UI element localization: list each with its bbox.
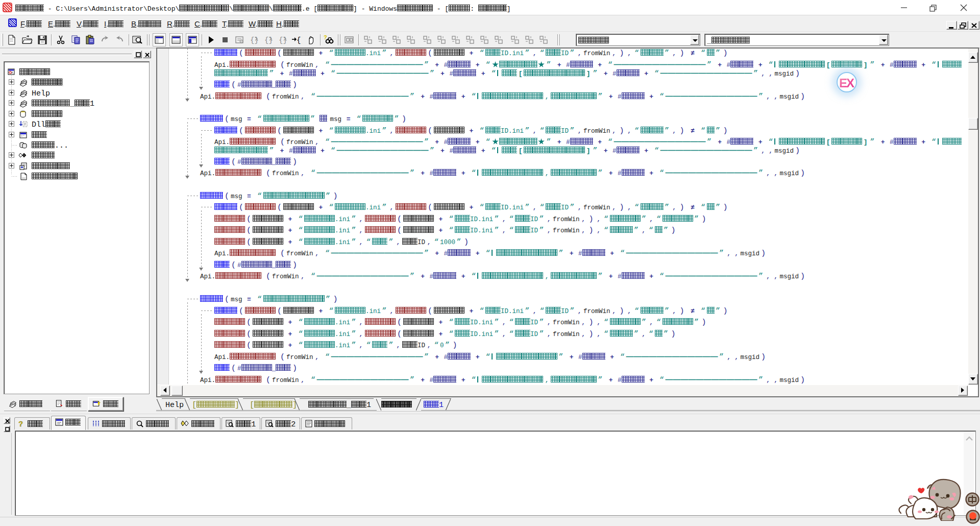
svg-text:{}: {} (250, 36, 259, 44)
svg-text:?: ? (18, 420, 23, 428)
svg-text:{}: {} (279, 36, 287, 44)
svg-text:{): {) (297, 36, 302, 44)
svg-text:{}: {} (264, 36, 273, 44)
